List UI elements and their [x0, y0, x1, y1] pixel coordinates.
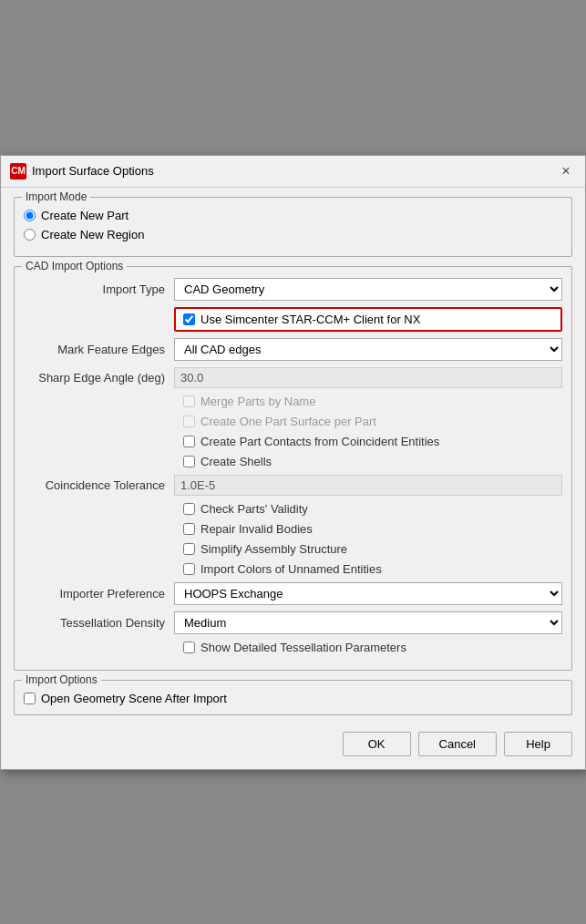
- mark-feature-edges-control: All CAD edges Sharp edges None: [174, 338, 562, 361]
- bottom-buttons: OK Cancel Help: [14, 724, 572, 756]
- merge-parts-row: Merge Parts by Name: [183, 395, 562, 408]
- dialog-body: Import Mode Create New Part Create New R…: [1, 188, 585, 769]
- tessellation-density-control: Coarse Medium Fine: [174, 611, 562, 634]
- tessellation-density-label: Tessellation Density: [24, 616, 174, 630]
- repair-invalid-label: Repair Invalid Bodies: [200, 522, 313, 536]
- import-colors-row: Import Colors of Unnamed Entities: [183, 562, 562, 576]
- import-colors-label: Import Colors of Unnamed Entities: [200, 562, 382, 576]
- simplify-assembly-checkbox[interactable]: [183, 543, 195, 555]
- repair-invalid-checkbox[interactable]: [183, 523, 195, 535]
- import-mode-content: Create New Part Create New Region: [24, 209, 562, 241]
- mark-feature-edges-label: Mark Feature Edges: [24, 343, 174, 356]
- importer-preference-dropdown[interactable]: HOOPS Exchange Other: [174, 582, 562, 605]
- create-shells-row: Create Shells: [183, 455, 562, 468]
- import-type-control: CAD Geometry Mesh: [174, 278, 562, 301]
- app-icon: CM: [10, 163, 26, 180]
- sharp-edge-angle-control: [174, 367, 562, 388]
- open-geometry-row: Open Geometry Scene After Import: [24, 692, 562, 705]
- sharp-edge-angle-row: Sharp Edge Angle (deg): [24, 367, 562, 388]
- simplify-assembly-row: Simplify Assembly Structure: [183, 542, 562, 556]
- part-contacts-row: Create Part Contacts from Coincident Ent…: [183, 435, 562, 448]
- check-parts-checkbox[interactable]: [183, 503, 195, 515]
- import-type-label: Import Type: [24, 282, 174, 296]
- show-tessellation-row: Show Detailed Tessellation Parameters: [183, 641, 562, 654]
- cad-import-options-group: CAD Import Options Import Type CAD Geome…: [14, 266, 572, 671]
- coincidence-tolerance-control: [174, 475, 562, 496]
- cad-import-options-label: CAD Import Options: [22, 260, 127, 272]
- cad-import-content: Import Type CAD Geometry Mesh Us: [24, 278, 562, 654]
- repair-invalid-row: Repair Invalid Bodies: [183, 522, 562, 536]
- nx-checkbox-label: Use Simcenter STAR-CCM+ Client for NX: [200, 313, 420, 326]
- one-surface-row: Create One Part Surface per Part: [183, 415, 562, 428]
- create-shells-checkbox[interactable]: [183, 456, 195, 467]
- one-surface-label: Create One Part Surface per Part: [200, 415, 376, 428]
- ok-button[interactable]: OK: [343, 732, 411, 756]
- radio-row-create-new-region: Create New Region: [24, 228, 562, 241]
- one-surface-checkbox: [183, 416, 195, 427]
- check-parts-label: Check Parts' Validity: [200, 502, 308, 516]
- radio-row-create-new-part: Create New Part: [24, 209, 562, 222]
- dialog-title: Import Surface Options: [32, 164, 154, 178]
- create-new-region-radio[interactable]: [24, 229, 36, 241]
- import-options-group: Import Options Open Geometry Scene After…: [14, 680, 572, 715]
- import-mode-group: Import Mode Create New Part Create New R…: [14, 197, 572, 257]
- part-contacts-checkbox[interactable]: [183, 436, 195, 447]
- mark-feature-edges-dropdown[interactable]: All CAD edges Sharp edges None: [174, 338, 562, 361]
- show-tessellation-label: Show Detailed Tessellation Parameters: [200, 641, 406, 654]
- import-mode-label: Import Mode: [22, 190, 90, 203]
- sharp-edge-angle-label: Sharp Edge Angle (deg): [24, 371, 174, 385]
- open-geometry-checkbox[interactable]: [24, 693, 36, 704]
- create-new-part-label: Create New Part: [41, 209, 129, 222]
- merge-parts-label: Merge Parts by Name: [200, 395, 315, 408]
- close-button[interactable]: ×: [556, 161, 576, 181]
- part-contacts-label: Create Part Contacts from Coincident Ent…: [200, 435, 439, 448]
- coincidence-tolerance-label: Coincidence Tolerance: [24, 478, 174, 492]
- cancel-button[interactable]: Cancel: [418, 732, 497, 756]
- importer-preference-row: Importer Preference HOOPS Exchange Other: [24, 582, 562, 605]
- title-bar-left: CM Import Surface Options: [10, 163, 154, 180]
- dialog-window: CM Import Surface Options × Import Mode …: [0, 155, 586, 770]
- nx-highlighted-box: Use Simcenter STAR-CCM+ Client for NX: [174, 307, 562, 332]
- nx-checkbox-row: Use Simcenter STAR-CCM+ Client for NX: [24, 307, 562, 332]
- simplify-assembly-label: Simplify Assembly Structure: [200, 542, 347, 556]
- create-shells-label: Create Shells: [200, 455, 272, 468]
- import-colors-checkbox[interactable]: [183, 563, 195, 575]
- import-type-dropdown[interactable]: CAD Geometry Mesh: [174, 278, 562, 301]
- importer-preference-control: HOOPS Exchange Other: [174, 582, 562, 605]
- mark-feature-edges-row: Mark Feature Edges All CAD edges Sharp e…: [24, 338, 562, 361]
- nx-checkbox[interactable]: [183, 313, 195, 325]
- coincidence-tolerance-input: [174, 475, 562, 496]
- importer-preference-label: Importer Preference: [24, 587, 174, 601]
- import-options-group-label: Import Options: [22, 673, 101, 686]
- show-tessellation-checkbox[interactable]: [183, 642, 195, 653]
- coincidence-tolerance-row: Coincidence Tolerance: [24, 475, 562, 496]
- help-button[interactable]: Help: [504, 732, 572, 756]
- create-new-region-label: Create New Region: [41, 228, 144, 241]
- import-type-row: Import Type CAD Geometry Mesh: [24, 278, 562, 301]
- check-parts-row: Check Parts' Validity: [183, 502, 562, 516]
- sharp-edge-angle-input: [174, 367, 562, 388]
- nx-checkbox-control: Use Simcenter STAR-CCM+ Client for NX: [174, 307, 562, 332]
- create-new-part-radio[interactable]: [24, 210, 36, 221]
- merge-parts-checkbox: [183, 395, 195, 407]
- tessellation-density-dropdown[interactable]: Coarse Medium Fine: [174, 611, 562, 634]
- open-geometry-label: Open Geometry Scene After Import: [41, 692, 227, 705]
- tessellation-density-row: Tessellation Density Coarse Medium Fine: [24, 611, 562, 634]
- title-bar: CM Import Surface Options ×: [1, 156, 585, 188]
